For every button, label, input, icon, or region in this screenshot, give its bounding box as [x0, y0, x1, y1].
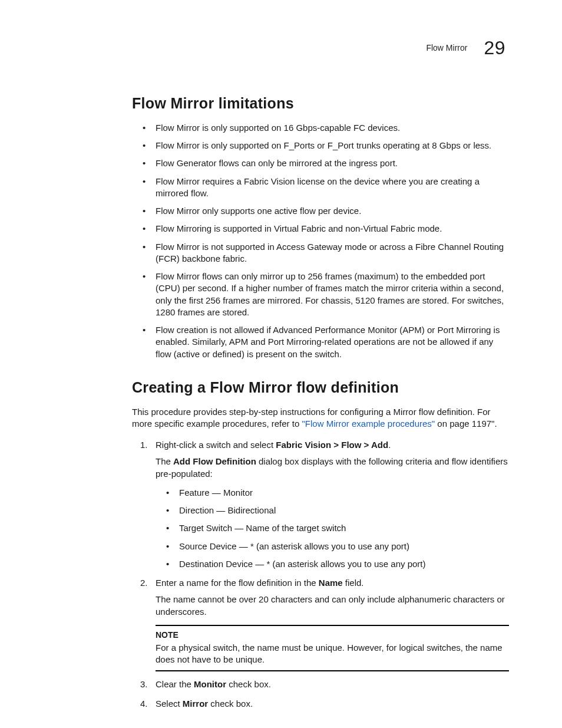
list-item: Destination Device — * (an asterisk allo… [156, 558, 509, 570]
para-text-pre: The [156, 456, 173, 466]
cross-reference-link[interactable]: "Flow Mirror example procedures" [302, 419, 435, 429]
heading-creating-flow-mirror-definition: Creating a Flow Mirror flow definition [132, 378, 509, 398]
list-item: Source Device — * (an asterisk allows yo… [156, 541, 509, 552]
step-text: Enter a name for the flow definition in … [156, 578, 319, 588]
list-item: Feature — Monitor [156, 487, 509, 499]
list-item: Flow Mirroring is supported in Virtual F… [132, 223, 509, 235]
step-text-post: field. [343, 578, 364, 588]
step-paragraph: The name cannot be over 20 characters an… [156, 594, 509, 618]
step-4: Select Mirror check box. [132, 698, 509, 710]
step-text-post: check box. [208, 699, 253, 709]
step-text: Clear the [156, 679, 194, 689]
intro-text-post: on page 1197". [435, 419, 497, 429]
intro-paragraph: This procedure provides step-by-step ins… [132, 406, 509, 430]
step-paragraph: The Add Flow Definition dialog box displ… [156, 456, 509, 480]
step-3: Clear the Monitor check box. [132, 678, 509, 690]
note-text: For a physical switch, the name must be … [156, 642, 509, 666]
note-label: NOTE [156, 630, 509, 641]
list-item: Flow Mirror is not supported in Access G… [132, 241, 509, 265]
step-2: Enter a name for the flow definition in … [132, 577, 509, 671]
running-head-text: Flow Mirror [426, 42, 467, 54]
step-text-post: . [388, 440, 391, 450]
list-item: Flow Mirror requires a Fabric Vision lic… [132, 176, 509, 200]
list-item: Flow Mirror is only supported on F_Ports… [132, 140, 509, 151]
field-name: Name [319, 578, 343, 588]
dialog-name: Add Flow Definition [173, 456, 256, 466]
page-header: Flow Mirror 29 [53, 35, 509, 61]
list-item: Flow Mirror is only supported on 16 Gbps… [132, 122, 509, 134]
step-text-post: check box. [226, 679, 271, 689]
step-1: Right-click a switch and select Fabric V… [132, 439, 509, 570]
page-content: Flow Mirror limitations Flow Mirror is o… [132, 94, 509, 710]
menu-path: Fabric Vision > Flow > Add [276, 440, 388, 450]
list-item: Direction — Bidirectional [156, 505, 509, 516]
procedure-steps: Right-click a switch and select Fabric V… [132, 439, 509, 710]
note-block: NOTE For a physical switch, the name mus… [156, 625, 509, 671]
list-item: Flow Mirror only supports one active flo… [132, 205, 509, 217]
list-item: Flow Mirror flows can only mirror up to … [132, 271, 509, 318]
limitations-list: Flow Mirror is only supported on 16 Gbps… [132, 122, 509, 360]
step-text: Select [156, 699, 183, 709]
prepopulated-list: Feature — Monitor Direction — Bidirectio… [156, 487, 509, 570]
page-number: 29 [484, 35, 505, 61]
list-item: Flow creation is not allowed if Advanced… [132, 324, 509, 360]
heading-flow-mirror-limitations: Flow Mirror limitations [132, 94, 509, 114]
list-item: Target Switch — Name of the target switc… [156, 522, 509, 534]
checkbox-name: Monitor [194, 679, 226, 689]
step-text: Right-click a switch and select [156, 440, 276, 450]
list-item: Flow Generator flows can only be mirrore… [132, 157, 509, 169]
checkbox-name: Mirror [183, 699, 208, 709]
